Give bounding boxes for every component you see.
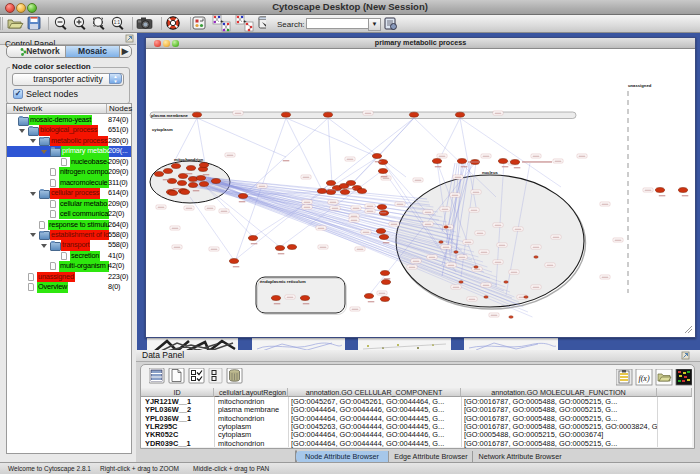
svg-text:f(x): f(x): [638, 374, 649, 383]
svg-text:endoplasmic reticulum: endoplasmic reticulum: [260, 279, 306, 284]
svg-text:plasma membrane: plasma membrane: [151, 113, 188, 118]
svg-text:unassigned: unassigned: [628, 83, 652, 88]
svg-text:mitochondrion: mitochondrion: [174, 157, 204, 162]
svg-text:1:1: 1:1: [114, 20, 121, 25]
svg-text:cytoplasm: cytoplasm: [152, 127, 173, 132]
svg-text:nucleus: nucleus: [482, 170, 498, 175]
